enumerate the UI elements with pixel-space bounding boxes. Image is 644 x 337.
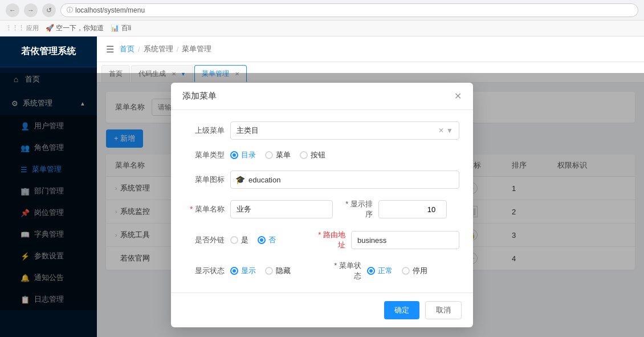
menu-name-input[interactable] bbox=[230, 200, 333, 218]
breadcrumb-menu: 菜单管理 bbox=[182, 44, 211, 54]
url-bar[interactable]: ⓘ localhost/system/menu bbox=[60, 3, 638, 17]
menu-status-radio: 正常 停用 bbox=[367, 266, 459, 276]
icon-preview: 🎓 bbox=[235, 175, 245, 184]
form-row-parent: 上级菜单 主类目 ✕ ▼ bbox=[185, 121, 459, 140]
radio-hide-dot bbox=[265, 267, 273, 275]
breadcrumb-home[interactable]: 首页 bbox=[120, 44, 134, 54]
form-row-name-order: 菜单名称 * 显示排序 ▲ ▼ bbox=[185, 199, 459, 220]
radio-menu-dot bbox=[265, 151, 273, 159]
radio-yes-dot bbox=[230, 236, 238, 244]
modal-close-button[interactable]: ✕ bbox=[454, 91, 462, 101]
topbar: ☰ 首页 / 系统管理 / 菜单管理 bbox=[97, 36, 644, 62]
radio-disabled[interactable]: 停用 bbox=[402, 266, 427, 276]
sidebar-logo: 若依管理系统 bbox=[0, 36, 97, 67]
parent-menu-value: 主类目 bbox=[237, 125, 259, 136]
parent-menu-label: 上级菜单 bbox=[185, 125, 225, 136]
radio-no-dot bbox=[258, 236, 266, 244]
external-link-label: 是否外链 bbox=[185, 235, 225, 245]
display-status-label: 显示状态 bbox=[185, 266, 225, 276]
browser-chrome: ← → ↺ ⓘ localhost/system/menu bbox=[0, 0, 644, 21]
radio-external-no[interactable]: 否 bbox=[258, 235, 276, 245]
order-number-input[interactable] bbox=[379, 205, 447, 214]
url-text: localhost/system/menu bbox=[75, 6, 145, 14]
menu-type-label: 菜单类型 bbox=[185, 150, 225, 160]
breadcrumb: 首页 / 系统管理 / 菜单管理 bbox=[120, 44, 211, 54]
modal-body: 上级菜单 主类目 ✕ ▼ 菜单类型 目录 bbox=[171, 110, 473, 293]
menu-icon-input-wrapper[interactable]: 🎓 bbox=[230, 170, 459, 189]
radio-normal-dot bbox=[367, 267, 375, 275]
radio-show-dot bbox=[230, 267, 238, 275]
radio-show[interactable]: 显示 bbox=[230, 266, 256, 276]
radio-external-yes[interactable]: 是 bbox=[230, 235, 248, 245]
menu-icon-label: 菜单图标 bbox=[185, 174, 225, 185]
radio-disabled-dot bbox=[402, 267, 410, 275]
external-radio-group: 是 否 bbox=[230, 235, 305, 245]
toggle-icon[interactable]: ☰ bbox=[106, 44, 114, 55]
radio-directory[interactable]: 目录 bbox=[230, 150, 256, 160]
back-button[interactable]: ← bbox=[6, 3, 19, 17]
confirm-button[interactable]: 确定 bbox=[384, 301, 419, 319]
radio-hide[interactable]: 隐藏 bbox=[265, 266, 291, 276]
radio-menu[interactable]: 菜单 bbox=[265, 150, 291, 160]
breadcrumb-system: 系统管理 bbox=[144, 44, 173, 54]
bookmark-1[interactable]: 🚀 空一下，你知道 bbox=[46, 23, 104, 33]
radio-button-dot bbox=[300, 151, 308, 159]
form-row-external-route: 是否外链 是 否 * 路由地址 business bbox=[185, 230, 459, 250]
menu-icon-input[interactable] bbox=[248, 176, 454, 184]
route-label: * 路由地址 bbox=[311, 230, 345, 250]
display-order-label: * 显示排序 bbox=[339, 199, 373, 220]
form-row-type: 菜单类型 目录 菜单 按钮 bbox=[185, 150, 459, 160]
add-menu-modal: 添加菜单 ✕ 上级菜单 主类目 ✕ ▼ 菜单类 bbox=[171, 83, 473, 327]
menu-name-label: 菜单名称 bbox=[185, 204, 225, 214]
form-row-icon: 菜单图标 🎓 bbox=[185, 170, 459, 189]
menu-status-label: * 菜单状态 bbox=[327, 261, 361, 281]
modal-header: 添加菜单 ✕ bbox=[171, 83, 473, 110]
app-container: 若依管理系统 ⌂ 首页 ⚙ 系统管理 ▲ 👤 用户管理 bbox=[0, 36, 644, 337]
form-row-status: 显示状态 显示 隐藏 * 菜单状态 bbox=[185, 261, 459, 281]
modal-title: 添加菜单 bbox=[182, 91, 217, 101]
parent-menu-select[interactable]: 主类目 ✕ ▼ bbox=[230, 121, 459, 140]
forward-button[interactable]: → bbox=[24, 3, 38, 17]
menu-type-radio-group: 目录 菜单 按钮 bbox=[230, 150, 459, 160]
cancel-button[interactable]: 取消 bbox=[425, 301, 462, 319]
display-status-radio: 显示 隐藏 bbox=[230, 266, 321, 276]
modal-footer: 确定 取消 bbox=[171, 293, 473, 327]
bookmarks-bar: ⋮⋮⋮ 应用 🚀 空一下，你知道 📊 百li bbox=[0, 21, 644, 36]
radio-button[interactable]: 按钮 bbox=[300, 150, 325, 160]
display-order-input[interactable]: ▲ ▼ bbox=[378, 200, 447, 218]
modal-overlay: 添加菜单 ✕ 上级菜单 主类目 ✕ ▼ 菜单类 bbox=[0, 73, 644, 337]
radio-normal[interactable]: 正常 bbox=[367, 266, 393, 276]
dropdown-icon[interactable]: ▼ bbox=[446, 127, 453, 135]
clear-icon[interactable]: ✕ bbox=[438, 127, 444, 135]
radio-directory-dot bbox=[230, 151, 238, 159]
refresh-button[interactable]: ↺ bbox=[42, 3, 56, 17]
bookmark-2[interactable]: 📊 百li bbox=[111, 23, 131, 33]
route-input[interactable]: business bbox=[351, 231, 459, 249]
